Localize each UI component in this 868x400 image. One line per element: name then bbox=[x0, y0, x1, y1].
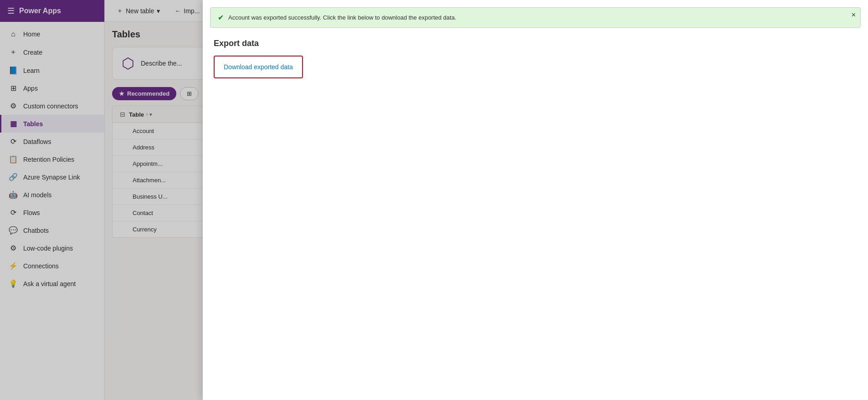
toast-message: Account was exported successfully. Click… bbox=[228, 14, 457, 21]
export-panel: × ✔ Account was exported successfully. C… bbox=[203, 0, 868, 400]
export-section-title: Export data bbox=[214, 39, 857, 48]
overlay: × ✔ Account was exported successfully. C… bbox=[0, 0, 868, 400]
download-link[interactable]: Download exported data bbox=[224, 63, 293, 71]
toast-close-button[interactable]: × bbox=[852, 11, 856, 19]
download-box: Download exported data bbox=[214, 56, 303, 78]
success-icon: ✔ bbox=[218, 13, 224, 22]
panel-body: Export data Download exported data bbox=[203, 28, 868, 400]
export-toast: ✔ Account was exported successfully. Cli… bbox=[210, 7, 861, 28]
